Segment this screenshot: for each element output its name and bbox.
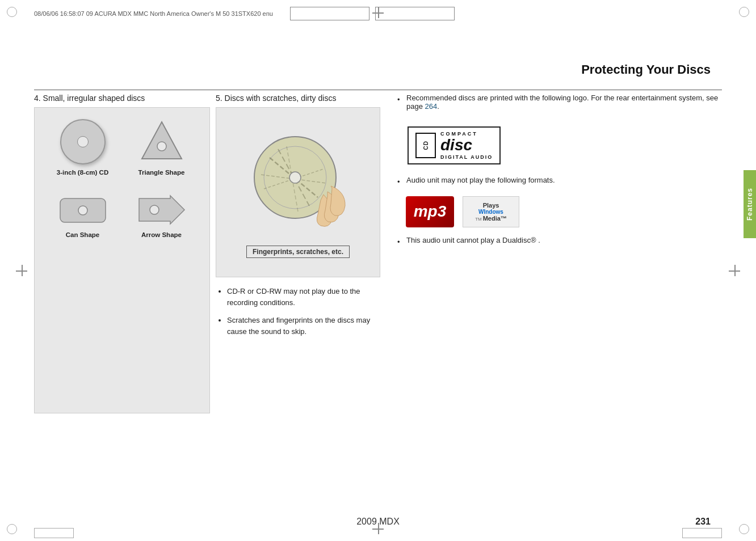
disc-circle-shape [60,119,106,164]
disc-can-svg [57,193,108,227]
cross-right [729,265,740,276]
features-tab-label: Features [746,188,754,221]
disc-row-2: Can Shape Arrow Shape [43,193,201,238]
compact-disc-logo: CD COMPACT disc DIGITAL AUDIO [408,126,501,164]
bullet-dot-3: • [397,238,404,246]
col-scratched-discs: 5. Discs with scratches, dirty discs [216,94,380,501]
svg-point-3 [78,206,87,215]
mp3-logo: mp3 [406,196,454,227]
disc-triangle-svg [139,119,184,164]
scratched-disc-box: Fingerprints, scratches, etc. [216,107,380,277]
disc-item-arrow: Arrow Shape [131,193,193,238]
bottom-box-right [682,528,722,538]
cross-left [16,265,27,276]
cd-logo-icon: CD [423,141,429,150]
col1-title: 4. Small, irregular shaped discs [34,94,210,103]
cd-logo-text-block: COMPACT disc DIGITAL AUDIO [440,131,493,160]
svg-point-5 [150,205,159,214]
svg-marker-0 [142,122,182,159]
col-recommendations: • Recommended discs are printed with the… [380,94,719,501]
bullet-dot-2: • [397,177,404,186]
bullet-dot-1: • [397,95,404,104]
header: 08/06/06 16:58:07 09 ACURA MDX MMC North… [0,0,756,27]
col2-title: 5. Discs with scratches, dirty discs [216,94,380,103]
mp3-text: mp3 [414,202,447,221]
page-link-264[interactable]: 264 [425,102,438,111]
recommended-text: Recommended discs are printed with the f… [406,94,719,111]
disc-item-can: Can Shape [52,193,114,238]
features-tab: Features [744,170,756,238]
header-box-2 [375,7,455,20]
wm-plays: Plays [483,202,499,209]
cd-logo-digital-audio: DIGITAL AUDIO [440,154,493,160]
bottom-box-left [34,528,74,538]
windows-media-logo: Plays WIndows TM Media™ [463,196,519,227]
col2-bullet-1: CD-R or CD-RW may not play due to the re… [227,286,380,308]
page-title: Protecting Your Discs [581,62,711,77]
header-box-1 [290,7,369,20]
wm-tm: TM [475,217,482,222]
dualdisc-text: This audio unit cannot play a Dualdisc® … [406,236,540,244]
hand-disc-wrapper [236,126,360,240]
bullet-recommended: • Recommended discs are printed with the… [397,94,719,111]
audio-formats-text: Audio unit may not play the following fo… [406,176,555,184]
svg-point-1 [157,142,166,151]
fingerprint-caption: Fingerprints, scratches, etc. [246,246,350,258]
bottom-boxes [0,525,756,541]
bullet-dualdisc: • This audio unit cannot play a Dualdisc… [397,236,719,246]
svg-point-13 [289,172,301,183]
bullet-audio-formats: • Audio unit may not play the following … [397,176,719,186]
main-content: 4. Small, irregular shaped discs 3-inch … [34,94,719,501]
disc-triangle-label: Triangle Shape [138,169,185,176]
disc-item-triangle: Triangle Shape [131,119,193,176]
disc-can-label: Can Shape [66,231,99,238]
page-divider [34,90,722,90]
header-timestamp: 08/06/06 16:58:07 09 ACURA MDX MMC North… [34,10,273,17]
disc-grid: 3-inch (8-cm) CD Triangle Shape [34,107,210,413]
format-logos: mp3 Plays WIndows TM Media™ [406,196,719,227]
svg-marker-4 [139,196,184,224]
disc-row-1: 3-inch (8-cm) CD Triangle Shape [43,119,201,176]
cd-logo-disc: disc [440,137,493,154]
header-boxes [290,7,455,20]
disc-circle-label: 3-inch (8-cm) CD [57,169,108,176]
scratched-disc-illustration [236,132,360,234]
wm-windows: WIndows [478,209,503,215]
disc-arrow-svg [136,193,187,227]
disc-item-circle: 3-inch (8-cm) CD [52,119,114,176]
disc-arrow-label: Arrow Shape [141,231,182,238]
col2-bullet-2: Scratches and fingerprints on the discs … [227,315,380,337]
wm-media: Media™ [483,215,507,222]
col-irregular-discs: 4. Small, irregular shaped discs 3-inch … [34,94,210,501]
col2-bullets: CD-R or CD-RW may not play due to the re… [216,286,380,337]
